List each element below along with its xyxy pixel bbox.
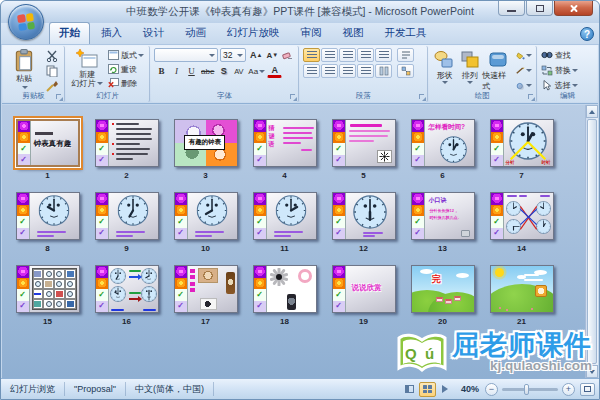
theme-indicator[interactable]: "Proposal" — [65, 382, 126, 396]
flower-icon — [333, 205, 345, 217]
character-spacing-button[interactable]: AV — [231, 64, 246, 78]
drawing-dialog-launcher[interactable] — [527, 93, 535, 101]
slide-thumbnail-1[interactable]: ✓✓钟表真有趣 — [16, 119, 80, 167]
scroll-up-button[interactable] — [586, 105, 598, 118]
convert-smartart-button[interactable] — [397, 64, 414, 78]
reset-icon — [108, 64, 119, 74]
tab-审阅[interactable]: 审阅 — [291, 22, 332, 44]
zoom-slider-thumb[interactable] — [524, 384, 529, 395]
slide-thumbnail-6[interactable]: ✓✓怎样看时间? — [411, 119, 475, 167]
slide-thumbnail-17[interactable]: ✓✓ — [174, 265, 238, 313]
normal-view-button[interactable] — [401, 382, 418, 397]
change-case-button[interactable]: Aa — [246, 64, 267, 78]
align-center-icon — [325, 67, 335, 76]
slide-thumbnail-10[interactable]: ✓✓ — [174, 192, 238, 240]
slide-thumbnail-16[interactable]: ✓✓ — [95, 265, 159, 313]
check-icon: ✓ — [17, 216, 29, 228]
bold-button[interactable]: B — [154, 64, 169, 78]
reset-button[interactable]: 重设 — [106, 62, 146, 76]
columns-button[interactable] — [375, 64, 392, 78]
fit-to-window-button[interactable] — [580, 383, 595, 396]
slide-thumbnail-4[interactable]: ✓✓猜谜语 — [253, 119, 317, 167]
tab-插入[interactable]: 插入 — [91, 22, 132, 44]
flower-icon — [412, 132, 424, 144]
slide-thumbnail-11[interactable]: ✓✓ — [253, 192, 317, 240]
slide-thumbnail-7[interactable]: ✓✓分针时针 — [490, 119, 554, 167]
numbering-button[interactable] — [321, 48, 338, 62]
paragraph-dialog-launcher[interactable] — [418, 93, 426, 101]
minimize-button[interactable] — [498, 1, 525, 16]
flower-icon — [96, 205, 108, 217]
italic-button[interactable]: I — [169, 64, 184, 78]
ribbon-group-editing: 查找 替换 选择 编辑 — [538, 46, 597, 102]
flower-strip: ✓✓ — [333, 266, 346, 312]
help-icon[interactable]: ? — [580, 27, 594, 41]
flower-strip: ✓✓ — [412, 193, 425, 239]
slide-thumbnail-20[interactable]: 完 — [411, 265, 475, 313]
maximize-button[interactable] — [526, 1, 553, 16]
tab-开始[interactable]: 开始 — [49, 22, 90, 44]
flower-strip: ✓✓ — [412, 120, 425, 166]
slide-sorter-view-button[interactable] — [419, 382, 436, 397]
tab-设计[interactable]: 设计 — [133, 22, 174, 44]
clear-formatting-button[interactable] — [280, 48, 295, 62]
font-dialog-launcher[interactable] — [289, 93, 297, 101]
slide-thumbnail-12[interactable]: ✓✓ — [332, 192, 396, 240]
slide-thumbnail-9[interactable]: ✓✓ — [95, 192, 159, 240]
slide-thumbnail-21[interactable] — [490, 265, 554, 313]
align-right-button[interactable] — [339, 64, 356, 78]
font-size-select[interactable]: 32 — [220, 48, 246, 62]
text-direction-button[interactable] — [397, 48, 414, 62]
justify-icon — [361, 67, 371, 76]
slide-thumbnail-18[interactable]: ✓✓ — [253, 265, 317, 313]
replace-button[interactable]: 替换 — [541, 63, 594, 78]
delete-slide-button[interactable]: 删除 — [106, 76, 146, 90]
tab-视图[interactable]: 视图 — [333, 22, 374, 44]
shape-outline-button[interactable] — [515, 63, 533, 78]
language-indicator[interactable]: 中文(简体，中国) — [126, 382, 214, 396]
close-button[interactable] — [554, 1, 593, 16]
watch-photo — [200, 298, 217, 310]
strikethrough-button[interactable]: abe — [199, 64, 216, 78]
slide-thumbnail-19[interactable]: ✓✓说说欣赏 — [332, 265, 396, 313]
slide-thumbnail-3[interactable]: 有趣的钟表 — [174, 119, 238, 167]
copy-button[interactable] — [43, 63, 61, 78]
slide-thumbnail-14[interactable]: ✓✓ — [490, 192, 554, 240]
decrease-indent-button[interactable] — [339, 48, 356, 62]
slide-number: 17 — [201, 313, 210, 326]
text-shadow-button[interactable]: S — [216, 64, 231, 78]
clipboard-dialog-launcher[interactable] — [55, 93, 63, 101]
align-left-button[interactable] — [303, 64, 320, 78]
increase-indent-button[interactable] — [357, 48, 374, 62]
scrollbar-thumb[interactable] — [587, 119, 597, 364]
slide-thumbnail-15[interactable]: ✓✓ — [16, 265, 80, 313]
vertical-title — [190, 269, 195, 295]
slide-thumbnail-2[interactable]: ✓✓ — [95, 119, 159, 167]
justify-button[interactable] — [357, 64, 374, 78]
shrink-font-button[interactable]: A▼ — [264, 48, 280, 62]
find-button[interactable]: 查找 — [541, 48, 594, 63]
slideshow-view-button[interactable] — [437, 382, 454, 397]
zoom-slider[interactable] — [502, 388, 558, 391]
font-name-select[interactable] — [154, 48, 218, 62]
font-color-button[interactable]: A — [267, 65, 282, 78]
office-button[interactable] — [8, 4, 44, 40]
grow-font-button[interactable]: A▲ — [248, 48, 264, 62]
shape-fill-button[interactable] — [515, 48, 533, 63]
underline-button[interactable]: U — [184, 64, 199, 78]
align-center-button[interactable] — [321, 64, 338, 78]
zoom-out-button[interactable]: − — [485, 383, 498, 396]
tab-幻灯片放映[interactable]: 幻灯片放映 — [217, 22, 290, 44]
line-spacing-button[interactable] — [375, 48, 392, 62]
cut-button[interactable] — [43, 48, 61, 63]
zoom-level[interactable]: 40% — [455, 384, 485, 394]
slide-thumbnail-13[interactable]: ✓✓小口诀分针长长指12，时针指几就几点。 — [411, 192, 475, 240]
bullets-button[interactable] — [303, 48, 320, 62]
zoom-in-button[interactable]: + — [562, 383, 575, 396]
layout-button[interactable]: 版式 — [106, 48, 146, 62]
tab-动画[interactable]: 动画 — [175, 22, 216, 44]
tab-开发工具[interactable]: 开发工具 — [375, 22, 437, 44]
slide-number: 6 — [440, 167, 444, 180]
slide-thumbnail-5[interactable]: ✓✓ — [332, 119, 396, 167]
slide-thumbnail-8[interactable]: ✓✓ — [16, 192, 80, 240]
